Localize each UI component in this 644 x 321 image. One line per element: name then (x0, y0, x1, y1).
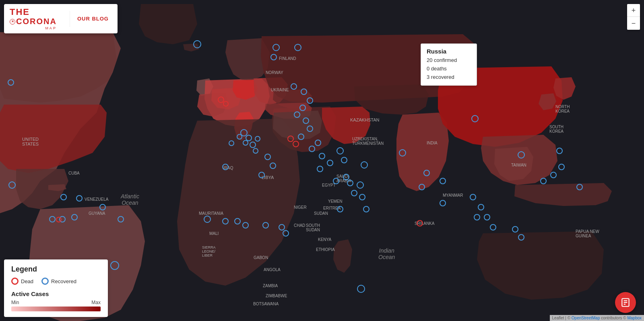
zoom-in-button[interactable]: + (627, 4, 640, 17)
tooltip-country-name: Russia (427, 48, 471, 55)
attribution-text: Leaflet | © OpenStreetMap contributors ©… (552, 316, 642, 320)
legend-title: Legend (11, 265, 101, 274)
attribution: Leaflet | © OpenStreetMap contributors ©… (550, 315, 644, 321)
nav-blog-button[interactable]: OUR BLOG (74, 14, 112, 23)
gradient-labels: Min Max (11, 300, 101, 305)
logo-the: THE (10, 7, 30, 17)
report-button[interactable] (615, 292, 636, 313)
recovered-dot (41, 278, 49, 285)
tooltip-recovered: 3 recovered (427, 73, 471, 82)
openstreetmap-link[interactable]: OpenStreetMap (572, 316, 600, 320)
zoom-out-button[interactable]: − (627, 17, 640, 30)
logo: THE ✕ CORONA MAP (10, 7, 59, 30)
logo-icon: ✕ (10, 19, 15, 25)
max-label: Max (91, 300, 101, 305)
legend-recovered-item: Recovered (41, 278, 76, 285)
dead-dot (11, 278, 19, 285)
zoom-controls: + − (627, 4, 640, 30)
header-divider (70, 11, 70, 27)
report-icon (620, 297, 631, 308)
legend-dead-item: Dead (11, 278, 33, 285)
tooltip-confirmed: 20 confirmed (427, 56, 471, 65)
recovered-label: Recovered (51, 278, 76, 284)
active-cases-title: Active Cases (11, 290, 101, 297)
mapbox-link[interactable]: Mapbox (627, 316, 642, 320)
logo-corona: CORONA (16, 17, 57, 26)
legend-panel: Legend Dead Recovered Active Cases Min M… (4, 259, 108, 317)
logo-map: MAP (10, 26, 57, 30)
country-tooltip: Russia 20 confirmed 0 deaths 3 recovered (421, 43, 477, 86)
dead-label: Dead (21, 278, 33, 284)
tooltip-deaths: 0 deaths (427, 65, 471, 73)
legend-items: Dead Recovered (11, 278, 101, 285)
gradient-bar (11, 307, 101, 311)
min-label: Min (11, 300, 19, 305)
header: THE ✕ CORONA MAP OUR BLOG (4, 4, 118, 33)
